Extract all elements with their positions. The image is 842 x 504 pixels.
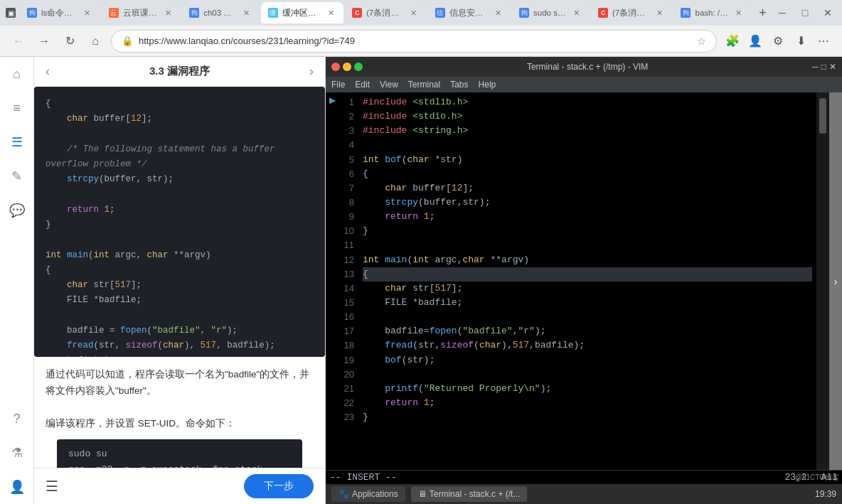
lock-icon: 🔒 bbox=[122, 36, 133, 46]
vim-scroll-thumb bbox=[819, 98, 826, 134]
taskbar-applications[interactable]: 🐾 Applications bbox=[331, 486, 405, 502]
terminal-title-controls: ─ □ ✕ bbox=[812, 62, 836, 72]
terminal-window-controls bbox=[331, 63, 363, 71]
tab-favicon-sudo: 狗 bbox=[519, 8, 529, 18]
sidebar-user-icon[interactable]: 👤 bbox=[7, 477, 27, 497]
menu-terminal[interactable]: Terminal bbox=[408, 80, 440, 90]
tab-title-security: 信息安全... bbox=[449, 8, 488, 18]
menu-edit[interactable]: Edit bbox=[355, 80, 370, 90]
desc-text-1: 通过代码可以知道，程序会读取一个名为"badfile"的文件，并将文件内容装入"… bbox=[46, 367, 314, 400]
command-block: sudo su gcc -m32 -g -z execstack -fno-st… bbox=[57, 439, 302, 468]
vim-left-gutter: ▶ bbox=[326, 92, 339, 470]
vim-editor[interactable]: #include <stdlib.h> #include <stdio.h> #… bbox=[358, 92, 816, 470]
tab-close-ls[interactable]: ✕ bbox=[82, 7, 93, 18]
tab-close-ch03[interactable]: ✕ bbox=[241, 7, 252, 18]
tab-title-bash: bash: /u... bbox=[695, 9, 728, 17]
main-content: ⌂ ≡ ☰ ✎ 💬 ? ⚗ 👤 ‹ 3.3 漏洞程序 › { char buff… bbox=[0, 57, 842, 504]
tab-close-buffer[interactable]: ✕ bbox=[325, 7, 336, 18]
course-nav: ‹ 3.3 漏洞程序 › bbox=[34, 57, 325, 87]
terminal-title: Terminal - stack.c + (/tmp) - VIM bbox=[367, 62, 808, 72]
code-display: { char buffer[12]; /* The following stat… bbox=[34, 87, 325, 357]
tab-yunban[interactable]: 云 云班课 -... ✕ bbox=[102, 2, 181, 23]
tab-close-csdn1[interactable]: ✕ bbox=[408, 7, 420, 18]
sidebar-help-icon[interactable]: ? bbox=[7, 409, 27, 429]
url-actions: ☆ bbox=[697, 36, 706, 47]
new-tab-button[interactable]: + bbox=[753, 3, 772, 23]
bookmark-star-icon[interactable]: ☆ bbox=[697, 36, 706, 47]
next-arrow[interactable]: › bbox=[309, 64, 314, 79]
tab-favicon-csdn2: C bbox=[598, 8, 608, 18]
tab-title-csdn2: (7条消息... bbox=[612, 8, 650, 18]
sidebar-comment-icon[interactable]: 💬 bbox=[7, 200, 27, 220]
vim-scrollbar[interactable] bbox=[816, 92, 829, 470]
menu-help[interactable]: Help bbox=[479, 80, 496, 90]
terminal-panel: Terminal - stack.c + (/tmp) - VIM ─ □ ✕ … bbox=[326, 57, 842, 504]
sidebar-edit-icon[interactable]: ✎ bbox=[7, 166, 27, 186]
tab-close-sudo[interactable]: ✕ bbox=[571, 7, 582, 18]
terminal-menu-bar: File Edit View Terminal Tabs Help bbox=[326, 77, 842, 92]
back-button[interactable]: ← bbox=[9, 31, 28, 51]
tab-bash[interactable]: 狗 bash: /u... ✕ bbox=[673, 2, 751, 23]
close-button[interactable]: ✕ bbox=[819, 4, 836, 21]
left-sidebar: ⌂ ≡ ☰ ✎ 💬 ? ⚗ 👤 bbox=[0, 57, 34, 504]
tab-title-yunban: 云班课 -... bbox=[123, 8, 159, 18]
vim-status-bar: -- INSERT -- 23,2 All bbox=[326, 470, 842, 484]
terminal-minimize-btn[interactable]: ─ bbox=[812, 62, 819, 72]
next-button[interactable]: 下一步 bbox=[244, 474, 314, 498]
terminal-restore-btn[interactable]: □ bbox=[821, 62, 826, 72]
vim-line-numbers: 1234567891011121314151617181920212223 bbox=[339, 92, 358, 470]
more-icon[interactable]: ⋯ bbox=[814, 31, 833, 51]
menu-tabs[interactable]: Tabs bbox=[450, 80, 468, 90]
sidebar-lab-icon[interactable]: ⚗ bbox=[7, 443, 27, 463]
cmd-line-1: sudo su bbox=[68, 446, 291, 462]
desc-text-2: 编译该程序，并设置 SET-UID。命令如下： bbox=[46, 416, 314, 432]
panel-collapse-button[interactable]: › bbox=[829, 92, 842, 470]
tab-favicon-buffer: 缓 bbox=[268, 8, 278, 18]
sidebar-content-icon[interactable]: ☰ bbox=[7, 132, 27, 152]
terminal-maximize-dot[interactable] bbox=[354, 63, 363, 71]
system-taskbar: 🐾 Applications 🖥 Terminal - stack.c + (/… bbox=[326, 484, 842, 504]
minimize-button[interactable]: ─ bbox=[774, 4, 791, 21]
prev-arrow[interactable]: ‹ bbox=[46, 64, 50, 79]
tab-security[interactable]: 信 信息安全... ✕ bbox=[428, 2, 511, 23]
tab-ch03[interactable]: 狗 ch03 课... ✕ bbox=[182, 2, 260, 23]
download-icon[interactable]: ⬇ bbox=[791, 31, 811, 51]
tab-sudo[interactable]: 狗 sudo su... ✕ bbox=[512, 2, 590, 23]
forward-button[interactable]: → bbox=[34, 31, 54, 51]
tab-ls[interactable]: 狗 ls命令的... ✕ bbox=[20, 2, 100, 23]
terminal-close-btn[interactable]: ✕ bbox=[829, 62, 836, 72]
tab-title-ch03: ch03 课... bbox=[203, 8, 237, 18]
sidebar-list-icon[interactable]: ≡ bbox=[7, 98, 27, 118]
terminal-taskbar-icon: 🖥 bbox=[418, 489, 427, 499]
vim-code-content: #include <stdlib.h> #include <stdio.h> #… bbox=[363, 95, 812, 424]
extensions-icon[interactable]: 🧩 bbox=[723, 31, 742, 51]
terminal-minimize-dot[interactable] bbox=[343, 63, 351, 71]
sidebar-home-icon[interactable]: ⌂ bbox=[7, 64, 27, 84]
tab-close-bash[interactable]: ✕ bbox=[733, 7, 745, 18]
vim-mode-indicator: -- INSERT -- bbox=[330, 472, 397, 483]
profile-icon[interactable]: 👤 bbox=[745, 31, 765, 51]
hamburger-icon[interactable]: ☰ bbox=[46, 478, 58, 495]
tab-title-buffer: 缓冲区溢... bbox=[282, 8, 321, 18]
tab-close-yunban[interactable]: ✕ bbox=[162, 7, 174, 18]
tab-csdn2[interactable]: C (7条消息... ✕ bbox=[591, 2, 673, 23]
home-button[interactable]: ⌂ bbox=[85, 31, 105, 51]
terminal-titlebar: Terminal - stack.c + (/tmp) - VIM ─ □ ✕ bbox=[326, 57, 842, 77]
applications-label: Applications bbox=[352, 489, 398, 499]
tab-close-csdn2[interactable]: ✕ bbox=[654, 7, 665, 18]
tab-favicon-bash: 狗 bbox=[681, 8, 691, 18]
system-time: 19:39 bbox=[815, 489, 836, 499]
maximize-button[interactable]: □ bbox=[796, 4, 814, 21]
menu-view[interactable]: View bbox=[380, 80, 398, 90]
menu-file[interactable]: File bbox=[331, 80, 345, 90]
tab-favicon-ls: 狗 bbox=[27, 8, 37, 18]
tab-csdn1[interactable]: C (7条消息... ✕ bbox=[345, 2, 427, 23]
reload-button[interactable]: ↻ bbox=[60, 31, 80, 51]
taskbar-terminal[interactable]: 🖥 Terminal - stack.c + (/t... bbox=[411, 486, 528, 502]
url-bar[interactable]: 🔒 https://www.lanqiao.cn/courses/231/lea… bbox=[111, 30, 717, 53]
tab-title-sudo: sudo su... bbox=[533, 9, 567, 17]
tab-close-security[interactable]: ✕ bbox=[492, 7, 503, 18]
settings-icon[interactable]: ⚙ bbox=[768, 31, 788, 51]
tab-buffer[interactable]: 缓 缓冲区溢... ✕ bbox=[261, 2, 343, 23]
terminal-close-dot[interactable] bbox=[331, 63, 340, 71]
